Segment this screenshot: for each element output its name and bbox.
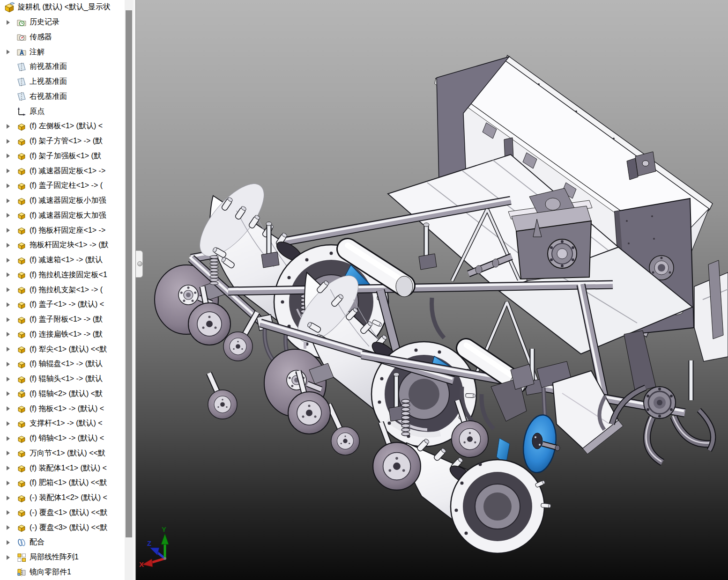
expand-arrow-icon[interactable] <box>7 406 10 411</box>
tree-item-icon <box>16 91 27 102</box>
expand-arrow-icon[interactable] <box>7 228 10 233</box>
tree-item-24[interactable]: (f) 辊轴头<1> -> (默认 <box>0 372 125 387</box>
expand-arrow-icon[interactable] <box>7 184 10 188</box>
tree-item-36[interactable]: 局部线性阵列1 <box>0 550 125 565</box>
tree-item-0[interactable]: 历史记录 <box>0 15 125 30</box>
tree-item-23[interactable]: (f) 轴辊盘<1> -> (默认 <box>0 357 125 372</box>
tree-item-28[interactable]: (f) 销轴<1> -> (默认) < <box>0 431 125 446</box>
tree-item-label: 历史记录 <box>30 17 59 27</box>
tree-item-16[interactable]: (f) 减速箱<1> -> (默认 <box>0 253 125 268</box>
expand-arrow-icon[interactable] <box>7 347 10 352</box>
tree-item-icon <box>16 285 27 295</box>
far-right-panels[interactable] <box>694 260 728 361</box>
tree-item-label: (f) 轴辊盘<1> -> (默认 <box>30 359 103 369</box>
triad-x-label: X <box>139 560 144 568</box>
expand-arrow-icon[interactable] <box>7 496 10 500</box>
tree-item-icon <box>16 121 27 132</box>
tree-item-2[interactable]: 注解 <box>0 44 125 59</box>
tree-item-33[interactable]: (-) 覆盘<1> (默认) <<默 <box>0 506 125 521</box>
expand-arrow-icon[interactable] <box>7 377 10 382</box>
tree-item-13[interactable]: (f) 减速器固定板大加强 <box>0 208 125 223</box>
expand-arrow-icon[interactable] <box>7 481 10 485</box>
tree-item-icon <box>16 32 27 42</box>
tree-item-1[interactable]: 传感器 <box>0 30 125 45</box>
tree-item-11[interactable]: (f) 盖子固定柱<1> -> ( <box>0 178 125 193</box>
tree-item-30[interactable]: (f) 装配体1<1> (默认) < <box>0 461 125 476</box>
expand-arrow-icon[interactable] <box>7 332 10 337</box>
tree-item-32[interactable]: (-) 装配体1<2> (默认) < <box>0 491 125 506</box>
expand-arrow-icon[interactable] <box>7 362 10 367</box>
expand-arrow-icon[interactable] <box>7 391 10 396</box>
tree-item-12[interactable]: (f) 减速器固定板小加强 <box>0 193 125 208</box>
tree-scrollbar[interactable] <box>125 0 133 580</box>
expand-arrow-icon[interactable] <box>7 540 10 545</box>
expand-arrow-icon[interactable] <box>7 243 10 248</box>
expand-arrow-icon[interactable] <box>7 421 10 426</box>
tree-item-icon <box>16 567 27 577</box>
expand-arrow-icon[interactable] <box>7 510 10 515</box>
tree-item-label: (f) 装配体1<1> (默认) < <box>30 463 107 473</box>
tree-item-4[interactable]: 上视基准面 <box>0 74 125 89</box>
expand-arrow-icon[interactable] <box>7 139 10 144</box>
tree-root-assembly[interactable]: 旋耕机 (默认) <默认_显示状 <box>0 0 125 15</box>
tree-item-15[interactable]: 拖板杆固定块<1> -> (默 <box>0 238 125 253</box>
expand-arrow-icon[interactable] <box>7 20 10 25</box>
tree-item-35[interactable]: 配合 <box>0 535 125 550</box>
tree-item-22[interactable]: (f) 犁尖<1> (默认) <<默 <box>0 342 125 357</box>
tree-item-19[interactable]: (f) 盖子<1> -> (默认) < <box>0 297 125 312</box>
tree-item-10[interactable]: (f) 减速器固定板<1> -> <box>0 163 125 178</box>
tree-item-31[interactable]: (f) 肥箱<1> (默认) <<默 <box>0 476 125 491</box>
tree-item-29[interactable]: 万向节<1> (默认) <<默 <box>0 446 125 461</box>
tree-item-17[interactable]: (f) 拖拉机连接固定板<1 <box>0 268 125 283</box>
expand-arrow-icon[interactable] <box>7 525 10 530</box>
tree-item-18[interactable]: (f) 拖拉机支架<1> -> ( <box>0 282 125 297</box>
expand-arrow-icon[interactable] <box>7 451 10 455</box>
tree-item-icon <box>16 210 27 220</box>
tree-item-label: 拖板杆固定块<1> -> (默 <box>30 240 108 250</box>
expand-arrow-icon[interactable] <box>7 124 10 129</box>
expand-arrow-icon[interactable] <box>7 317 10 322</box>
tree-item-icon <box>16 448 27 458</box>
tree-item-6[interactable]: 原点 <box>0 104 125 119</box>
tree-item-3[interactable]: 前视基准面 <box>0 59 125 74</box>
tree-item-9[interactable]: (f) 架子加强板<1> (默 <box>0 149 125 164</box>
tree-item-label: (f) 拖拉机支架<1> -> ( <box>30 285 103 295</box>
expand-arrow-icon[interactable] <box>7 154 10 158</box>
blue-covering-disc[interactable] <box>520 413 560 475</box>
tree-item-label: 支撑杆<1> -> (默认) < <box>30 418 103 428</box>
tree-item-21[interactable]: (f) 连接扁铁<1> -> (默 <box>0 327 125 342</box>
expand-arrow-icon[interactable] <box>7 50 10 54</box>
tree-item-label: (f) 辊轴头<1> -> (默认 <box>30 374 103 384</box>
tree-item-5[interactable]: 右视基准面 <box>0 89 125 104</box>
expand-arrow-icon[interactable] <box>7 436 10 441</box>
tree-item-icon <box>16 240 27 250</box>
triad-y-arrow <box>161 534 169 544</box>
tree-scrollbar-thumb[interactable] <box>126 10 132 537</box>
tree-item-label: 镜向零部件1 <box>30 567 71 577</box>
tree-item-14[interactable]: (f) 拖板杆固定座<1> -> <box>0 223 125 238</box>
expand-arrow-icon[interactable] <box>7 258 10 263</box>
tree-item-27[interactable]: 支撑杆<1> -> (默认) < <box>0 416 125 431</box>
tree-item-label: (-) 装配体1<2> (默认) < <box>30 493 107 503</box>
tree-item-label: (f) 减速器固定板大加强 <box>30 211 106 220</box>
expand-arrow-icon[interactable] <box>7 555 10 560</box>
tree-item-37[interactable]: 镜向零部件1 <box>0 565 125 580</box>
tree-item-icon <box>16 151 27 161</box>
tree-item-26[interactable]: (f) 拖板<1> -> (默认) < <box>0 401 125 416</box>
tree-item-25[interactable]: (f) 辊轴<2> (默认) <默 <box>0 387 125 402</box>
panel-splitter-handle[interactable] <box>136 250 143 278</box>
expand-arrow-icon[interactable] <box>7 213 10 218</box>
expand-arrow-icon[interactable] <box>7 272 10 277</box>
expand-arrow-icon[interactable] <box>7 287 10 292</box>
expand-arrow-icon[interactable] <box>7 466 10 470</box>
expand-arrow-icon[interactable] <box>7 198 10 203</box>
tree-item-8[interactable]: (f) 架子方管<1> -> (默 <box>0 134 125 149</box>
expand-arrow-icon[interactable] <box>7 302 10 307</box>
viewport-3d[interactable]: X Y Z <box>136 0 728 580</box>
tree-item-icon <box>16 166 27 176</box>
tree-item-7[interactable]: (f) 左侧板<1> (默认) < <box>0 119 125 134</box>
solidworks-window: 旋耕机 (默认) <默认_显示状 历史记录 传感器 注解 前视基准面 上视基准面… <box>0 0 728 580</box>
tree-item-34[interactable]: (-) 覆盘<3> (默认) <<默 <box>0 520 125 535</box>
expand-arrow-icon[interactable] <box>7 169 10 173</box>
tree-item-20[interactable]: (f) 盖子附板<1> -> (默 <box>0 312 125 327</box>
